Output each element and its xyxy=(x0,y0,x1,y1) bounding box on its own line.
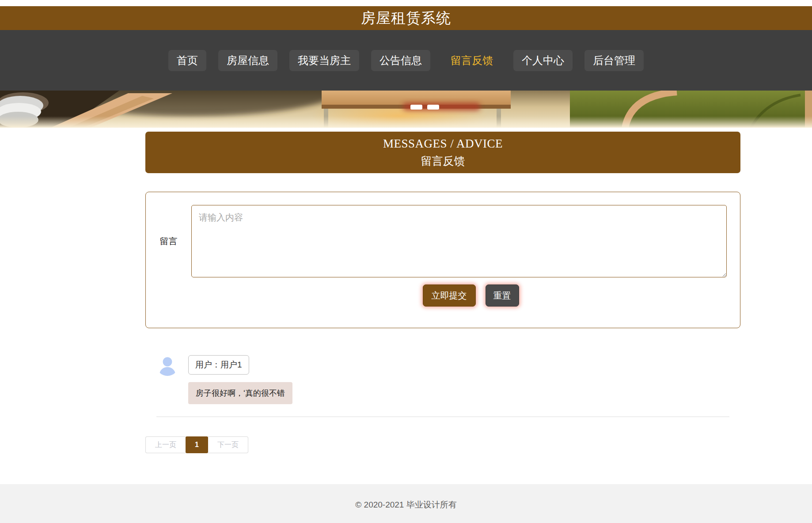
main-nav: 首页 房屋信息 我要当房主 公告信息 留言反馈 个人中心 后台管理 xyxy=(0,30,812,91)
top-strip xyxy=(0,0,812,6)
pagination-next-button[interactable]: 下一页 xyxy=(208,436,248,453)
pagination: 上一页 1 下一页 xyxy=(145,436,740,453)
comment-user-badge: 用户：用户1 xyxy=(188,355,249,375)
main-content: MESSAGES / ADVICE 留言反馈 留言 立即提交 重置 xyxy=(145,132,740,453)
pagination-current-page[interactable]: 1 xyxy=(186,436,208,453)
section-header: MESSAGES / ADVICE 留言反馈 xyxy=(145,132,740,173)
nav-item-house-info[interactable]: 房屋信息 xyxy=(218,50,277,71)
footer: © 2020-2021 毕业设计所有 xyxy=(0,484,812,523)
message-form-row: 留言 xyxy=(146,205,727,277)
section-title-en: MESSAGES / ADVICE xyxy=(145,137,740,151)
comment-head: 用户：用户1 xyxy=(156,354,729,376)
message-label: 留言 xyxy=(146,235,191,247)
nav-item-home[interactable]: 首页 xyxy=(168,50,206,71)
comments-list: 用户：用户1 房子很好啊，‘真的很不错 xyxy=(145,328,740,417)
nav-item-feedback[interactable]: 留言反馈 xyxy=(442,50,501,71)
message-form-card: 留言 立即提交 重置 xyxy=(145,192,740,328)
reset-button[interactable]: 重置 xyxy=(486,284,519,307)
nav-item-announcements[interactable]: 公告信息 xyxy=(371,50,430,71)
hero-banner-photo xyxy=(0,91,812,128)
pagination-prev-button[interactable]: 上一页 xyxy=(145,436,186,453)
message-textarea[interactable] xyxy=(191,205,727,277)
nav-item-become-landlord[interactable]: 我要当房主 xyxy=(289,50,359,71)
comment-item: 用户：用户1 房子很好啊，‘真的很不错 xyxy=(156,354,729,417)
app-title: 房屋租赁系统 xyxy=(361,8,451,28)
form-actions: 立即提交 重置 xyxy=(146,284,727,307)
submit-button[interactable]: 立即提交 xyxy=(423,284,476,307)
app-title-bar: 房屋租赁系统 xyxy=(0,6,812,30)
comment-divider xyxy=(156,417,729,417)
comment-content: 房子很好啊，‘真的很不错 xyxy=(188,382,292,404)
user-avatar-icon xyxy=(156,354,178,376)
nav-item-personal-center[interactable]: 个人中心 xyxy=(513,50,573,71)
copyright-text: © 2020-2021 毕业设计所有 xyxy=(355,499,456,511)
nav-item-admin[interactable]: 后台管理 xyxy=(584,50,644,71)
section-title-zh: 留言反馈 xyxy=(145,154,740,168)
